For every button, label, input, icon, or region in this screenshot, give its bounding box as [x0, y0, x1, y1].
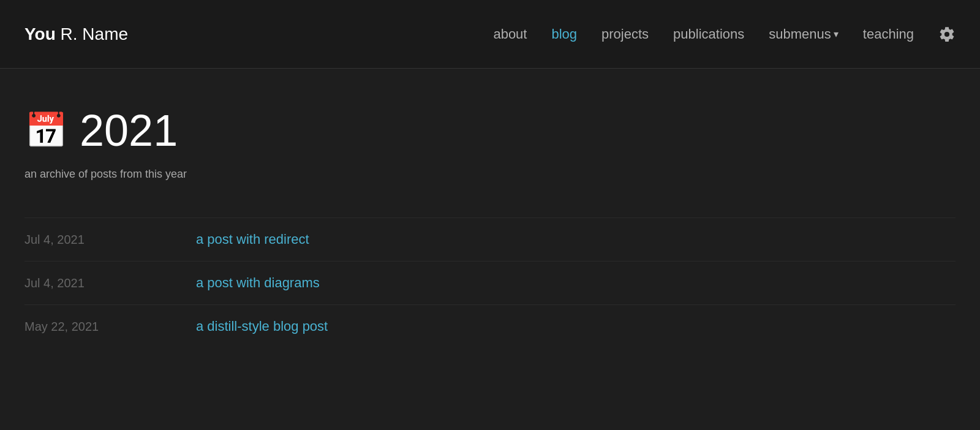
post-date: Jul 4, 2021	[24, 276, 196, 290]
year-header: 📅 2021	[24, 105, 956, 156]
nav-link-publications[interactable]: publications	[673, 26, 744, 42]
main-nav: about blog projects publications submenu…	[493, 26, 956, 43]
calendar-icon: 📅	[24, 113, 67, 148]
list-item: May 22, 2021a distill-style blog post	[24, 304, 956, 348]
settings-button[interactable]	[938, 26, 956, 43]
post-date: May 22, 2021	[24, 320, 196, 334]
list-item: Jul 4, 2021a post with diagrams	[24, 261, 956, 304]
archive-year: 2021	[80, 105, 178, 156]
nav-link-about[interactable]: about	[493, 26, 527, 42]
post-title-link[interactable]: a post with diagrams	[196, 275, 320, 291]
post-title-link[interactable]: a distill-style blog post	[196, 319, 328, 334]
gear-icon	[938, 26, 956, 43]
post-title-link[interactable]: a post with redirect	[196, 232, 309, 247]
post-date: Jul 4, 2021	[24, 233, 196, 247]
list-item: Jul 4, 2021a post with redirect	[24, 217, 956, 261]
nav-link-teaching[interactable]: teaching	[863, 26, 914, 42]
chevron-down-icon: ▾	[834, 28, 839, 40]
site-header: You R. Name about blog projects publicat…	[0, 0, 980, 69]
post-list: Jul 4, 2021a post with redirectJul 4, 20…	[24, 217, 956, 348]
site-title: You R. Name	[24, 25, 128, 44]
nav-link-projects[interactable]: projects	[601, 26, 649, 42]
nav-link-blog[interactable]: blog	[551, 26, 577, 42]
archive-subtitle: an archive of posts from this year	[24, 168, 956, 181]
main-content: 📅 2021 an archive of posts from this yea…	[0, 69, 980, 372]
nav-link-submenus[interactable]: submenus ▾	[769, 26, 839, 42]
